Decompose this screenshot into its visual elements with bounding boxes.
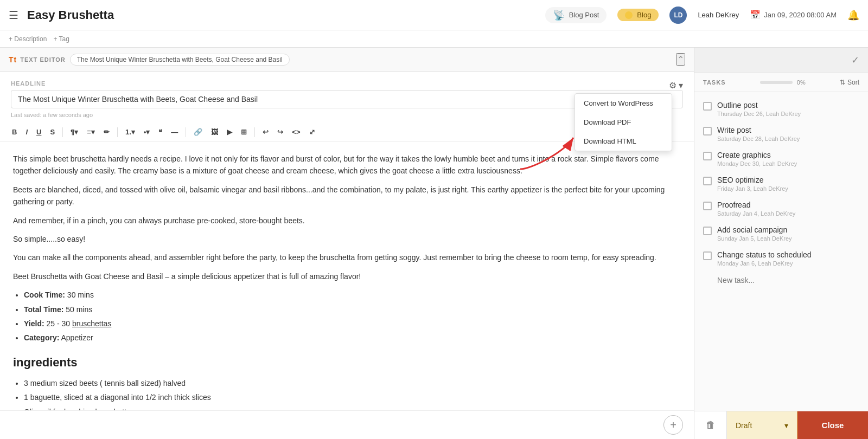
separator-4	[254, 127, 255, 137]
undo-button[interactable]: ↩	[259, 126, 272, 138]
convert-wordpress-item[interactable]: Convert to WordPress	[575, 94, 672, 113]
top-meta: 📡 Blog Post Blog LD Leah DeKrey 📅 Jan 09…	[545, 7, 859, 24]
image-button[interactable]: 🖼	[208, 126, 221, 138]
task-checkbox-2[interactable]	[703, 127, 712, 135]
download-pdf-item[interactable]: Download PDF	[575, 113, 672, 132]
editor-toolbar: Tt TEXT EDITOR The Most Unique Winter Br…	[0, 48, 694, 72]
highlight-button[interactable]: ✏	[100, 126, 113, 138]
editor-breadcrumb: The Most Unique Winter Bruschetta with B…	[70, 54, 290, 66]
hr-button[interactable]: —	[168, 126, 181, 138]
task-item[interactable]: Outline post Thursday Dec 26, Leah DeKre…	[694, 96, 868, 121]
progress-percent: 0%	[797, 79, 806, 86]
headline-section: HEADLINE ⚙ ▾ Convert to WordPress Downlo…	[0, 72, 694, 122]
sidebar: ✓ TASKS 0% ⇅ Sort Outline post Thur	[694, 48, 868, 439]
blog-label: Blog	[637, 11, 651, 19]
rss-icon: 📡	[553, 9, 565, 21]
draft-label: Draft	[736, 421, 752, 430]
settings-button[interactable]: ⚙ ▾	[669, 80, 683, 91]
draft-select[interactable]: Draft ▾	[727, 411, 797, 439]
ingredient-3: Olive oil for brushing bruschetta	[24, 406, 681, 410]
task-meta-3: Monday Dec 30, Leah DeKrey	[717, 160, 859, 167]
ingredients-list: 3 medium sized beets ( tennis ball sized…	[24, 377, 681, 410]
task-item[interactable]: Write post Saturday Dec 28, Leah DeKrey	[694, 121, 868, 146]
task-name-4: SEO optimize	[717, 176, 859, 184]
bottom-bar: 🗑 Draft ▾ Close	[694, 411, 868, 439]
task-content-6: Add social campaign Sunday Jan 5, Leah D…	[717, 225, 859, 242]
table-button[interactable]: ⊞	[238, 126, 250, 138]
redo-button[interactable]: ↪	[274, 126, 286, 138]
top-bar: ☰ Easy Brushetta 📡 Blog Post Blog LD Lea…	[0, 0, 868, 30]
content-area[interactable]: This simple beet bruschetta hardly needs…	[0, 142, 694, 410]
bold-button[interactable]: B	[9, 126, 20, 138]
task-meta-5: Saturday Jan 4, Leah DeKrey	[717, 210, 859, 217]
unordered-list-button[interactable]: •▾	[141, 126, 154, 138]
close-button[interactable]: Close	[797, 411, 868, 439]
description-tag[interactable]: + Description	[9, 35, 47, 43]
task-checkbox-7[interactable]	[703, 251, 712, 260]
underline-button[interactable]: U	[33, 126, 44, 138]
category-item: Category: Appetizer	[24, 332, 681, 344]
ordered-list-button[interactable]: 1.▾	[122, 126, 138, 138]
task-item[interactable]: Change status to scheduled Monday Jan 6,…	[694, 246, 868, 271]
task-meta-4: Friday Jan 3, Leah DeKrey	[717, 185, 859, 192]
settings-dropdown-arrow: ▾	[679, 80, 683, 91]
tt-icon: Tt	[9, 55, 17, 64]
video-button[interactable]: ▶	[224, 126, 235, 138]
separator-2	[117, 127, 118, 137]
ingredients-heading: ingredients	[13, 353, 681, 372]
editor-panel: Tt TEXT EDITOR The Most Unique Winter Br…	[0, 48, 694, 439]
ingredient-2: 1 baguette, sliced at a diagonal into 1/…	[24, 391, 681, 403]
task-checkbox-5[interactable]	[703, 202, 712, 210]
task-checkbox-6[interactable]	[703, 227, 712, 235]
blog-dot	[625, 11, 633, 19]
sort-button[interactable]: ⇅ Sort	[840, 79, 859, 86]
sort-icon: ⇅	[840, 79, 845, 86]
task-item[interactable]: Proofread Saturday Jan 4, Leah DeKrey	[694, 196, 868, 221]
avatar: LD	[669, 7, 687, 24]
new-task-input[interactable]	[717, 276, 859, 285]
task-item[interactable]: Create graphics Monday Dec 30, Leah DeKr…	[694, 146, 868, 171]
draft-chevron-icon: ▾	[784, 421, 788, 430]
collapse-button[interactable]: ⌃	[676, 53, 685, 66]
task-meta-6: Sunday Jan 5, Leah DeKrey	[717, 235, 859, 242]
tag-tag[interactable]: + Tag	[53, 35, 69, 43]
task-checkbox-1[interactable]	[703, 102, 712, 111]
paragraph-6: Beet Bruschetta with Goat Cheese and Bas…	[13, 270, 681, 282]
editor-type-label: Tt TEXT EDITOR	[9, 55, 66, 64]
task-item[interactable]: SEO optimize Friday Jan 3, Leah DeKrey	[694, 171, 868, 196]
download-html-item[interactable]: Download HTML	[575, 132, 672, 151]
yield-item: Yield: 25 - 30 bruschettas	[24, 318, 681, 330]
separator-1	[62, 127, 63, 137]
bell-icon[interactable]: 🔔	[847, 9, 859, 21]
checkmark-button[interactable]: ✓	[851, 54, 859, 66]
content-type-badge: 📡 Blog Post	[545, 7, 607, 23]
new-task-checkbox-placeholder	[703, 276, 712, 285]
task-name-7: Change status to scheduled	[717, 250, 859, 259]
strikethrough-button[interactable]: S	[47, 126, 58, 138]
task-item[interactable]: Add social campaign Sunday Jan 5, Leah D…	[694, 221, 868, 246]
blockquote-button[interactable]: ❝	[155, 126, 165, 138]
menu-icon[interactable]: ☰	[9, 9, 18, 22]
task-meta-1: Thursday Dec 26, Leah DeKrey	[717, 111, 859, 117]
ingredient-1: 3 medium sized beets ( tennis ball sized…	[24, 377, 681, 389]
task-checkbox-3[interactable]	[703, 152, 712, 160]
new-task-item[interactable]	[694, 271, 868, 289]
recipe-list: Cook Time: 30 mins Total Time: 50 mins Y…	[24, 289, 681, 344]
cook-time-item: Cook Time: 30 mins	[24, 289, 681, 301]
editor-toolbar-right: ⌃	[676, 53, 685, 66]
trash-button[interactable]: 🗑	[694, 411, 727, 439]
sidebar-header: ✓	[694, 48, 868, 73]
task-checkbox-4[interactable]	[703, 177, 712, 185]
new-task-content	[717, 275, 859, 285]
link-button[interactable]: 🔗	[190, 126, 206, 138]
code-button[interactable]: <>	[289, 126, 303, 138]
paragraph-button[interactable]: ¶▾	[67, 126, 81, 138]
main-layout: Tt TEXT EDITOR The Most Unique Winter Br…	[0, 48, 868, 439]
add-content-button[interactable]: +	[663, 415, 683, 435]
editor-toolbar-left: Tt TEXT EDITOR The Most Unique Winter Br…	[9, 54, 290, 66]
align-button[interactable]: ≡▾	[84, 126, 98, 138]
italic-button[interactable]: I	[22, 126, 31, 138]
subtitle-bar: + Description + Tag	[0, 30, 868, 48]
expand-button[interactable]: ⤢	[306, 126, 318, 138]
settings-dropdown-menu: Convert to WordPress Download PDF Downlo…	[575, 93, 672, 151]
